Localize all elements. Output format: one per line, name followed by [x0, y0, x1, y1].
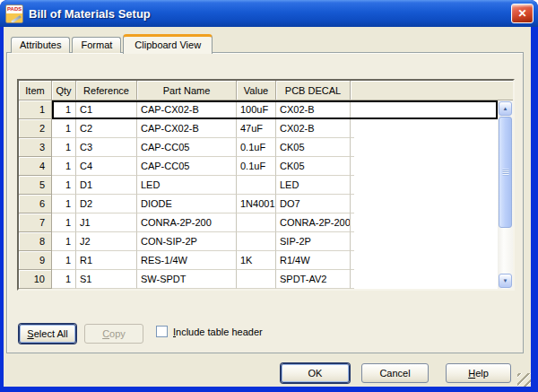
row-body[interactable]: 1D2DIODE1N4001DO7: [52, 195, 498, 213]
row-body[interactable]: 1C4CAP-CC050.1uFCK05: [52, 157, 498, 176]
row-body[interactable]: 1R1RES-1/4W1KR1/4W: [52, 251, 498, 270]
table-row[interactable]: 51D1LEDLED: [19, 176, 498, 195]
cell-qty[interactable]: 1: [52, 232, 76, 251]
cell-reference[interactable]: C3: [76, 138, 137, 157]
cell-reference[interactable]: S1: [76, 270, 137, 289]
cell-value[interactable]: [237, 270, 276, 289]
cell-filler[interactable]: [351, 232, 354, 251]
cell-qty[interactable]: 1: [52, 100, 76, 119]
cell-pcb_decal[interactable]: CX02-B: [276, 100, 351, 119]
table-row[interactable]: 21C2CAP-CX02-B47uFCX02-B: [19, 119, 498, 138]
cell-item[interactable]: 9: [19, 251, 52, 270]
cell-part_name[interactable]: CON-SIP-2P: [137, 232, 237, 251]
cell-value[interactable]: 1N4001: [237, 195, 276, 213]
row-body[interactable]: 1J2CON-SIP-2PSIP-2P: [52, 232, 498, 251]
cell-item[interactable]: 1: [19, 100, 52, 119]
cell-filler[interactable]: [351, 176, 354, 195]
cell-item[interactable]: 4: [19, 157, 52, 176]
cell-part_name[interactable]: RES-1/4W: [137, 251, 237, 270]
ok-button[interactable]: OK: [281, 363, 350, 383]
cell-pcb_decal[interactable]: SIP-2P: [276, 232, 351, 251]
cell-pcb_decal[interactable]: CK05: [276, 157, 351, 176]
column-header-part_name[interactable]: Part Name: [137, 81, 237, 100]
table-row[interactable]: 81J2CON-SIP-2PSIP-2P: [19, 232, 498, 251]
cell-part_name[interactable]: CAP-CX02-B: [137, 100, 237, 119]
cell-part_name[interactable]: CAP-CC05: [137, 138, 237, 157]
cell-value[interactable]: [237, 176, 276, 195]
cell-reference[interactable]: C4: [76, 157, 137, 176]
cell-pcb_decal[interactable]: CK05: [276, 138, 351, 157]
row-body[interactable]: 1C3CAP-CC050.1uFCK05: [52, 138, 498, 157]
tab-attributes[interactable]: Attributes: [11, 37, 70, 53]
cell-part_name[interactable]: CAP-CX02-B: [137, 119, 237, 138]
cell-value[interactable]: [237, 232, 276, 251]
cell-filler[interactable]: [351, 157, 354, 176]
include-table-header-checkbox[interactable]: Include table header: [156, 326, 263, 337]
close-button[interactable]: ✕: [511, 4, 534, 23]
cell-qty[interactable]: 1: [52, 119, 76, 138]
cell-part_name[interactable]: DIODE: [137, 195, 237, 213]
cell-item[interactable]: 3: [19, 138, 52, 157]
table-row[interactable]: 41C4CAP-CC050.1uFCK05: [19, 157, 498, 176]
tab-clipboard-view[interactable]: Clipboard View: [123, 34, 213, 54]
resize-grip[interactable]: [517, 373, 531, 387]
cell-reference[interactable]: J2: [76, 232, 137, 251]
cell-part_name[interactable]: LED: [137, 176, 237, 195]
table-row[interactable]: 71J1CONRA-2P-200CONRA-2P-200: [19, 213, 498, 232]
scroll-down-button[interactable]: ▼: [499, 274, 512, 288]
cell-filler[interactable]: [351, 138, 354, 157]
cell-part_name[interactable]: CAP-CC05: [137, 157, 237, 176]
cell-qty[interactable]: 1: [52, 213, 76, 232]
table-row[interactable]: 11C1CAP-CX02-B100uFCX02-B: [19, 100, 498, 119]
cell-value[interactable]: 0.1uF: [237, 138, 276, 157]
cell-pcb_decal[interactable]: R1/4W: [276, 251, 351, 270]
cell-item[interactable]: 8: [19, 232, 52, 251]
column-header-qty[interactable]: Qty: [52, 81, 76, 100]
column-header-pcb_decal[interactable]: PCB DECAL: [276, 81, 351, 100]
cell-item[interactable]: 6: [19, 195, 52, 213]
cell-qty[interactable]: 1: [52, 251, 76, 270]
row-body[interactable]: 1D1LEDLED: [52, 176, 498, 195]
cell-qty[interactable]: 1: [52, 270, 76, 289]
cell-pcb_decal[interactable]: SPDT-AV2: [276, 270, 351, 289]
cell-reference[interactable]: D1: [76, 176, 137, 195]
cell-filler[interactable]: [351, 213, 354, 232]
table-row[interactable]: 61D2DIODE1N4001DO7: [19, 195, 498, 213]
row-body[interactable]: 1C2CAP-CX02-B47uFCX02-B: [52, 119, 498, 138]
column-header-reference[interactable]: Reference: [76, 81, 137, 100]
cell-reference[interactable]: D2: [76, 195, 137, 213]
table-row[interactable]: 91R1RES-1/4W1KR1/4W: [19, 251, 498, 270]
scrollbar-thumb[interactable]: [499, 117, 512, 228]
cell-item[interactable]: 5: [19, 176, 52, 195]
cell-reference[interactable]: C2: [76, 119, 137, 138]
cell-reference[interactable]: J1: [76, 213, 137, 232]
cell-part_name[interactable]: CONRA-2P-200: [137, 213, 237, 232]
cell-pcb_decal[interactable]: LED: [276, 176, 351, 195]
cell-item[interactable]: 10: [19, 270, 52, 289]
cell-qty[interactable]: 1: [52, 157, 76, 176]
table-row[interactable]: 101S1SW-SPDTSPDT-AV2: [19, 270, 498, 289]
cell-pcb_decal[interactable]: CONRA-2P-200: [276, 213, 351, 232]
cell-value[interactable]: 47uF: [237, 119, 276, 138]
row-body[interactable]: 1S1SW-SPDTSPDT-AV2: [52, 270, 498, 289]
cell-reference[interactable]: R1: [76, 251, 137, 270]
row-body[interactable]: 1J1CONRA-2P-200CONRA-2P-200: [52, 213, 498, 232]
cell-pcb_decal[interactable]: DO7: [276, 195, 351, 213]
cell-value[interactable]: 100uF: [237, 100, 276, 119]
cell-value[interactable]: 0.1uF: [237, 157, 276, 176]
vertical-scrollbar[interactable]: ▲ ▼: [498, 100, 513, 289]
cell-qty[interactable]: 1: [52, 138, 76, 157]
tab-format[interactable]: Format: [72, 37, 121, 53]
cell-reference[interactable]: C1: [76, 100, 137, 119]
cell-filler[interactable]: [351, 195, 354, 213]
cell-qty[interactable]: 1: [52, 195, 76, 213]
scroll-up-button[interactable]: ▲: [499, 101, 512, 116]
cell-filler[interactable]: [351, 119, 354, 138]
cell-part_name[interactable]: SW-SPDT: [137, 270, 237, 289]
checkbox-box[interactable]: [156, 326, 168, 337]
cell-value[interactable]: [237, 213, 276, 232]
column-header-item[interactable]: Item: [19, 81, 52, 100]
row-body[interactable]: 1C1CAP-CX02-B100uFCX02-B: [52, 100, 498, 119]
cell-filler[interactable]: [351, 100, 354, 119]
cell-qty[interactable]: 1: [52, 176, 76, 195]
